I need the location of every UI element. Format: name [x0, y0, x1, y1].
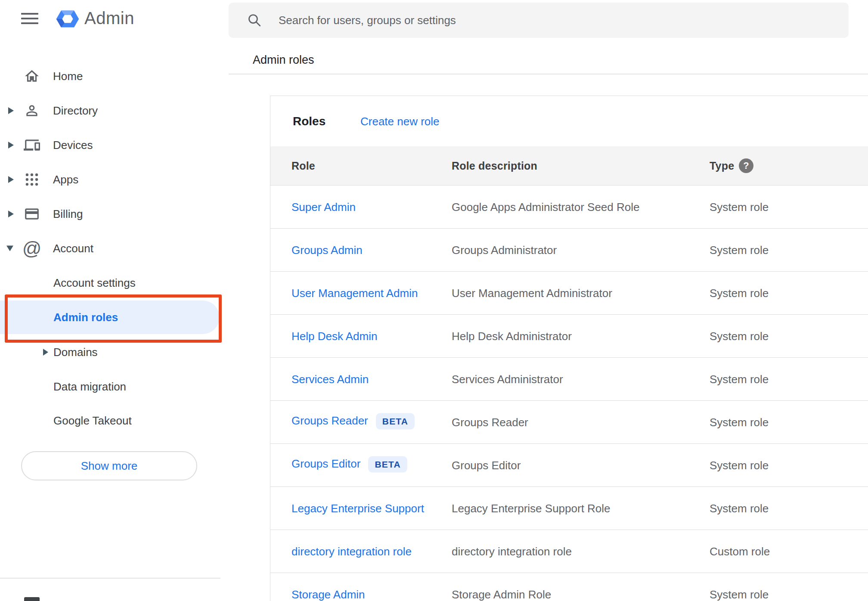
role-cell: Groups Admin: [291, 243, 363, 257]
sidebar-item-google-takeout[interactable]: Google Takeout: [0, 404, 229, 437]
partial-sidebar-icon: [24, 597, 40, 601]
role-cell: Legacy Enterprise Support: [291, 502, 424, 515]
beta-badge: BETA: [376, 413, 415, 430]
role-description-cell: Groups Reader: [452, 415, 528, 429]
role-link[interactable]: Storage Admin: [291, 588, 365, 601]
chevron-right-icon[interactable]: [8, 107, 14, 114]
role-type-cell: System role: [710, 243, 769, 257]
sidebar-item-account-settings[interactable]: Account settings: [0, 266, 229, 300]
sidebar-item-domains[interactable]: Domains: [0, 335, 229, 369]
role-cell: Groups EditorBETA: [291, 457, 407, 474]
chevron-right-icon[interactable]: [43, 349, 48, 356]
role-cell: Groups ReaderBETA: [291, 414, 415, 431]
role-link[interactable]: Groups Editor: [291, 457, 360, 470]
role-cell: Help Desk Admin: [291, 329, 377, 343]
sidebar-item-directory[interactable]: Directory: [0, 93, 229, 128]
table-row: Groups AdminGroups AdministratorSystem r…: [270, 229, 868, 272]
sidebar-divider: [0, 578, 220, 579]
table-row: Help Desk AdminHelp Desk AdministratorSy…: [270, 315, 868, 358]
role-description-cell: User Management Administrator: [452, 286, 612, 300]
table-row: directory integration roledirectory inte…: [270, 530, 868, 573]
sidebar-item-billing[interactable]: Billing: [0, 197, 229, 231]
sidebar-item-label: Billing: [53, 208, 83, 221]
search-input[interactable]: [229, 3, 849, 38]
table-row: User Management AdminUser Management Adm…: [270, 272, 868, 315]
table-row: Storage AdminStorage Admin RoleSystem ro…: [270, 573, 868, 601]
sidebar-item-data-migration[interactable]: Data migration: [0, 370, 229, 403]
role-link[interactable]: directory integration role: [291, 545, 412, 558]
role-description-cell: Storage Admin Role: [452, 588, 551, 601]
role-description-cell: Google Apps Administrator Seed Role: [452, 200, 639, 214]
table-row: Groups EditorBETAGroups EditorSystem rol…: [270, 444, 868, 487]
role-description-cell: Legacy Enterprise Support Role: [452, 502, 611, 515]
sidebar-item-label: Admin roles: [53, 311, 118, 324]
role-description-cell: directory integration role: [452, 545, 572, 558]
at-icon: @: [23, 240, 40, 257]
role-link[interactable]: Services Admin: [291, 372, 369, 385]
role-type-cell: System role: [710, 200, 769, 214]
role-cell: Services Admin: [291, 372, 369, 386]
sidebar-item-devices[interactable]: Devices: [0, 128, 229, 162]
role-type-cell: System role: [710, 502, 769, 515]
column-header-role-description: Role description: [452, 160, 537, 172]
admin-console-page: Admin HomeDirectoryDevicesAppsBilling@Ac…: [0, 0, 868, 601]
role-description-cell: Groups Administrator: [452, 243, 557, 257]
role-description-cell: Groups Editor: [452, 458, 521, 472]
role-type-cell: Custom role: [710, 545, 770, 558]
beta-badge: BETA: [368, 456, 407, 473]
table-header-row: Role Role description Type ?: [270, 146, 868, 186]
sidebar-item-apps[interactable]: Apps: [0, 162, 229, 197]
role-description-cell: Services Administrator: [452, 372, 563, 386]
role-cell: User Management Admin: [291, 286, 418, 300]
role-cell: Super Admin: [291, 200, 356, 214]
table-row: Super AdminGoogle Apps Administrator See…: [270, 186, 868, 229]
role-cell: Storage Admin: [291, 588, 365, 601]
sidebar-item-account[interactable]: @Account: [0, 231, 229, 266]
role-link[interactable]: Legacy Enterprise Support: [291, 502, 424, 514]
content-divider: [229, 74, 868, 74]
breadcrumb: Admin roles: [253, 53, 314, 67]
role-link[interactable]: Groups Admin: [291, 243, 363, 256]
devices-icon: [23, 136, 40, 154]
apps-grid-icon: [23, 171, 40, 188]
column-header-role: Role: [291, 160, 315, 172]
role-link[interactable]: Groups Reader: [291, 414, 368, 427]
sidebar-item-label: Data migration: [53, 380, 126, 393]
chevron-down-icon[interactable]: [6, 246, 13, 251]
role-type-cell: System role: [710, 458, 769, 472]
sidebar-item-label: Devices: [53, 139, 93, 152]
role-type-cell: System role: [710, 372, 769, 386]
chevron-right-icon[interactable]: [8, 211, 14, 217]
sidebar-item-label: Directory: [53, 104, 98, 118]
create-new-role-link[interactable]: Create new role: [360, 115, 440, 128]
table-row: Groups ReaderBETAGroups ReaderSystem rol…: [270, 401, 868, 444]
home-icon: [23, 68, 40, 85]
roles-card: Roles Create new role Role Role descript…: [270, 96, 868, 601]
show-more-button[interactable]: Show more: [21, 451, 197, 480]
sidebar-item-label: Account: [53, 242, 93, 255]
app-title: Admin: [84, 9, 134, 28]
sidebar-item-label: Apps: [53, 173, 78, 186]
sidebar-item-label: Domains: [53, 346, 98, 359]
roles-card-header: Roles Create new role: [270, 96, 868, 146]
chevron-right-icon[interactable]: [8, 142, 14, 149]
help-icon[interactable]: ?: [739, 158, 753, 173]
role-type-cell: System role: [710, 415, 769, 429]
sidebar-item-label: Account settings: [53, 276, 136, 290]
sidebar-item-admin-roles[interactable]: Admin roles: [0, 300, 220, 334]
chevron-right-icon[interactable]: [8, 176, 14, 183]
role-link[interactable]: User Management Admin: [291, 286, 418, 299]
menu-icon[interactable]: [21, 12, 38, 25]
search-bar[interactable]: [229, 3, 849, 38]
role-link[interactable]: Help Desk Admin: [291, 329, 377, 342]
sidebar: Admin HomeDirectoryDevicesAppsBilling@Ac…: [0, 0, 229, 601]
sidebar-item-home[interactable]: Home: [0, 59, 229, 93]
role-link[interactable]: Super Admin: [291, 200, 356, 213]
role-type-cell: System role: [710, 286, 769, 300]
table-row: Services AdminServices AdministratorSyst…: [270, 358, 868, 401]
role-cell: directory integration role: [291, 545, 412, 558]
roles-table-body: Super AdminGoogle Apps Administrator See…: [270, 186, 868, 601]
role-description-cell: Help Desk Administrator: [452, 329, 572, 343]
credit-card-icon: [23, 205, 40, 223]
card-title: Roles: [293, 115, 326, 128]
